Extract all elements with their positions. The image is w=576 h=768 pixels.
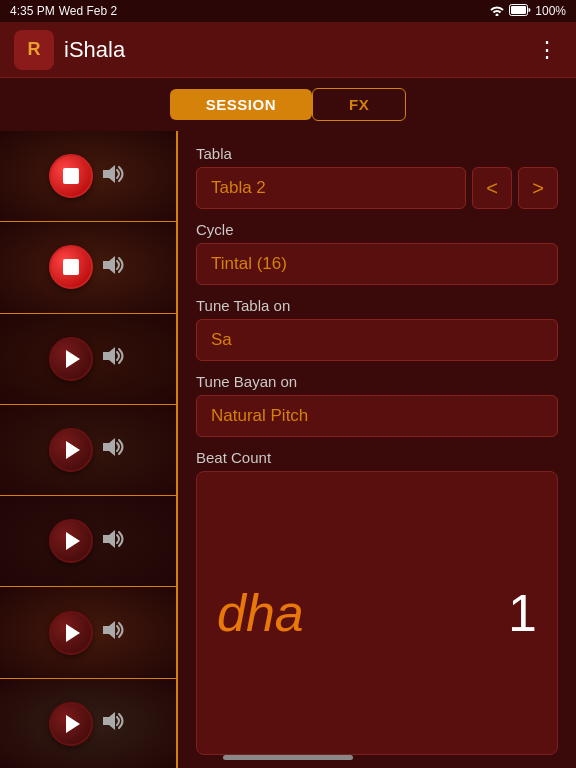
instrument-sidebar: [0, 131, 178, 768]
tabla2-volume-icon[interactable]: [101, 254, 127, 281]
sarangi-volume-icon[interactable]: [101, 619, 127, 646]
tabla-field: Tabla Tabla 2 < >: [196, 145, 558, 209]
tabla-prev-button[interactable]: <: [472, 167, 512, 209]
beat-syllable: dha: [217, 583, 304, 643]
tanpura-play-button[interactable]: [49, 428, 93, 472]
cycle-field: Cycle Tintal (16): [196, 221, 558, 285]
svg-marker-2: [103, 165, 115, 183]
cymbal-volume-icon[interactable]: [101, 710, 127, 737]
tab-session[interactable]: SESSION: [170, 89, 312, 120]
svg-rect-1: [511, 6, 526, 14]
beat-count-display: dha 1: [196, 471, 558, 755]
sidebar-item-cymbal: [0, 679, 176, 768]
sidebar-item-harmonium: [0, 314, 176, 405]
stop-icon: [63, 168, 79, 184]
cycle-value[interactable]: Tintal (16): [196, 243, 558, 285]
sitar-play-button[interactable]: [49, 519, 93, 563]
svg-marker-4: [103, 347, 115, 365]
svg-marker-8: [103, 712, 115, 730]
wifi-icon: [489, 4, 505, 19]
tune-tabla-label: Tune Tabla on: [196, 297, 558, 314]
play-icon-sitar: [66, 532, 80, 550]
tabla1-volume-icon[interactable]: [101, 163, 127, 190]
settings-panel: Tabla Tabla 2 < > Cycle Tintal (16) Tune…: [178, 131, 576, 768]
play-icon-cymbal: [66, 715, 80, 733]
stop-icon2: [63, 259, 79, 275]
status-date: Wed Feb 2: [59, 4, 117, 18]
harmonium-play-button[interactable]: [49, 337, 93, 381]
status-left: 4:35 PM Wed Feb 2: [10, 4, 117, 18]
tabla-value[interactable]: Tabla 2: [196, 167, 466, 209]
tune-bayan-label: Tune Bayan on: [196, 373, 558, 390]
tune-bayan-field: Tune Bayan on Natural Pitch: [196, 373, 558, 437]
sidebar-item-tabla2: [0, 222, 176, 313]
app-title: iShala: [64, 37, 532, 63]
more-menu-button[interactable]: ⋮: [532, 33, 562, 67]
sidebar-item-sarangi: [0, 587, 176, 678]
tab-fx[interactable]: FX: [312, 88, 406, 121]
play-icon-harmonium: [66, 350, 80, 368]
sitar-volume-icon[interactable]: [101, 528, 127, 555]
app-logo: R: [14, 30, 54, 70]
tab-bar: SESSION FX: [0, 78, 576, 131]
sidebar-item-sitar: [0, 496, 176, 587]
status-bar: 4:35 PM Wed Feb 2 100%: [0, 0, 576, 22]
status-right: 100%: [489, 4, 566, 19]
home-indicator: [223, 755, 353, 760]
status-time: 4:35 PM: [10, 4, 55, 18]
battery-icon: [509, 4, 531, 19]
svg-marker-3: [103, 256, 115, 274]
tune-tabla-field: Tune Tabla on Sa: [196, 297, 558, 361]
sarangi-play-button[interactable]: [49, 611, 93, 655]
beat-count-field: Beat Count dha 1: [196, 449, 558, 755]
tabla-label: Tabla: [196, 145, 558, 162]
beat-count-label: Beat Count: [196, 449, 558, 466]
harmonium-volume-icon[interactable]: [101, 345, 127, 372]
cymbal-play-button[interactable]: [49, 702, 93, 746]
tanpura-volume-icon[interactable]: [101, 436, 127, 463]
tune-tabla-value[interactable]: Sa: [196, 319, 558, 361]
main-content: Tabla Tabla 2 < > Cycle Tintal (16) Tune…: [0, 131, 576, 768]
tabla-next-button[interactable]: >: [518, 167, 558, 209]
tune-bayan-value[interactable]: Natural Pitch: [196, 395, 558, 437]
svg-marker-6: [103, 530, 115, 548]
beat-number: 1: [508, 583, 537, 643]
sidebar-item-tabla1: [0, 131, 176, 222]
tabla1-stop-button[interactable]: [49, 154, 93, 198]
svg-marker-5: [103, 438, 115, 456]
cycle-label: Cycle: [196, 221, 558, 238]
sidebar-item-tanpura: [0, 405, 176, 496]
app-header: R iShala ⋮: [0, 22, 576, 78]
tabla-row: Tabla 2 < >: [196, 167, 558, 209]
svg-marker-7: [103, 621, 115, 639]
play-icon-tanpura: [66, 441, 80, 459]
play-icon-sarangi: [66, 624, 80, 642]
battery-percent: 100%: [535, 4, 566, 18]
